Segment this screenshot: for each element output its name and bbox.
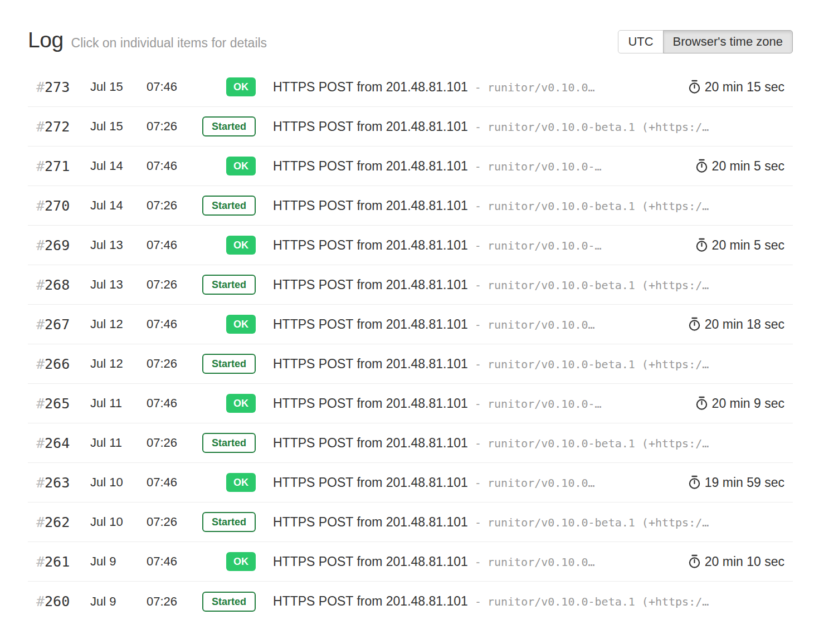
row-time: 07:26 — [147, 277, 202, 292]
row-number-cell: #264 — [28, 435, 90, 451]
log-row[interactable]: #263 Jul 10 07:46 OK HTTPS POST from 201… — [28, 463, 793, 502]
row-date: Jul 15 — [90, 119, 147, 134]
row-time: 07:46 — [147, 396, 202, 411]
log-row[interactable]: #273 Jul 15 07:46 OK HTTPS POST from 201… — [28, 67, 793, 107]
row-number-hash: # — [36, 119, 45, 135]
row-date: Jul 13 — [90, 277, 147, 292]
row-description-cell: HTTPS POST from 201.48.81.101 - runitor/… — [273, 396, 689, 411]
row-date: Jul 9 — [90, 594, 147, 609]
status-badge: Started — [202, 433, 256, 453]
row-agent: runitor/v0.10.0… — [488, 81, 595, 94]
row-description: HTTPS POST from 201.48.81.101 — [273, 515, 468, 530]
status-badge: Started — [202, 512, 256, 532]
row-number: 270 — [45, 198, 70, 214]
row-number-cell: #272 — [28, 119, 90, 135]
row-description: HTTPS POST from 201.48.81.101 — [273, 594, 468, 609]
row-number: 260 — [45, 593, 70, 609]
row-description: HTTPS POST from 201.48.81.101 — [273, 119, 468, 134]
log-row[interactable]: #269 Jul 13 07:46 OK HTTPS POST from 201… — [28, 226, 793, 265]
row-time: 07:26 — [147, 594, 202, 609]
row-badge-cell: OK — [202, 394, 256, 413]
row-date: Jul 15 — [90, 80, 147, 94]
row-badge-cell: Started — [202, 275, 256, 295]
row-description-cell: HTTPS POST from 201.48.81.101 - runitor/… — [273, 357, 761, 372]
status-badge: OK — [226, 552, 256, 571]
browser-timezone-button[interactable]: Browser's time zone — [663, 30, 793, 53]
status-badge: OK — [226, 315, 256, 334]
row-separator: - — [475, 81, 481, 94]
row-description: HTTPS POST from 201.48.81.101 — [273, 357, 468, 372]
log-row[interactable]: #267 Jul 12 07:46 OK HTTPS POST from 201… — [28, 305, 793, 344]
status-badge: OK — [226, 394, 256, 413]
page-subtitle: Click on individual items for details — [71, 36, 267, 51]
row-number: 273 — [45, 79, 70, 95]
row-time: 07:26 — [147, 119, 202, 134]
row-number-cell: #261 — [28, 554, 90, 570]
row-time: 07:26 — [147, 436, 202, 450]
row-number-cell: #260 — [28, 593, 90, 609]
status-badge: Started — [202, 116, 256, 136]
status-badge: Started — [202, 196, 256, 216]
log-row[interactable]: #262 Jul 10 07:26 Started HTTPS POST fro… — [28, 502, 793, 542]
row-number-cell: #269 — [28, 237, 90, 253]
status-badge: OK — [226, 77, 256, 96]
page-header: Log Click on individual items for detail… — [28, 28, 793, 52]
row-number-hash: # — [36, 316, 45, 333]
row-number-hash: # — [36, 554, 45, 570]
row-separator: - — [475, 397, 481, 411]
row-duration-cell: 20 min 10 sec — [688, 554, 793, 569]
row-number-hash: # — [36, 198, 45, 214]
log-row[interactable]: #265 Jul 11 07:46 OK HTTPS POST from 201… — [28, 384, 793, 423]
row-agent: runitor/v0.10.0-… — [488, 397, 602, 411]
stopwatch-icon — [688, 475, 701, 490]
row-badge-cell: OK — [202, 157, 256, 175]
row-number-cell: #270 — [28, 198, 90, 214]
status-badge: OK — [226, 236, 256, 255]
row-description-cell: HTTPS POST from 201.48.81.101 - runitor/… — [273, 277, 761, 292]
row-date: Jul 9 — [90, 554, 147, 569]
row-badge-cell: Started — [202, 433, 256, 453]
log-row[interactable]: #272 Jul 15 07:26 Started HTTPS POST fro… — [28, 107, 793, 147]
row-agent: runitor/v0.10.0… — [488, 555, 595, 569]
row-number: 267 — [45, 316, 70, 333]
status-badge: Started — [202, 275, 256, 295]
row-number: 272 — [45, 119, 70, 135]
stopwatch-icon — [695, 238, 708, 252]
row-number-cell: #263 — [28, 475, 90, 491]
status-badge: Started — [202, 592, 256, 612]
log-row[interactable]: #268 Jul 13 07:26 Started HTTPS POST fro… — [28, 265, 793, 305]
row-description: HTTPS POST from 201.48.81.101 — [273, 475, 468, 490]
log-row[interactable]: #260 Jul 9 07:26 Started HTTPS POST from… — [28, 582, 793, 621]
log-row[interactable]: #264 Jul 11 07:26 Started HTTPS POST fro… — [28, 423, 793, 463]
page-title: Log — [28, 28, 64, 52]
utc-button[interactable]: UTC — [618, 30, 663, 53]
row-date: Jul 13 — [90, 238, 147, 252]
row-description-cell: HTTPS POST from 201.48.81.101 - runitor/… — [273, 80, 681, 95]
row-time: 07:26 — [147, 357, 202, 371]
row-time: 07:26 — [147, 515, 202, 529]
log-row[interactable]: #271 Jul 14 07:46 OK HTTPS POST from 201… — [28, 147, 793, 186]
stopwatch-icon — [688, 80, 701, 94]
row-number-hash: # — [36, 277, 45, 293]
status-badge: OK — [226, 157, 256, 175]
log-row[interactable]: #266 Jul 12 07:26 Started HTTPS POST fro… — [28, 344, 793, 384]
row-number-hash: # — [36, 514, 45, 530]
row-separator: - — [475, 437, 481, 450]
row-badge-cell: OK — [202, 315, 256, 334]
row-number: 263 — [45, 475, 70, 491]
log-row[interactable]: #261 Jul 9 07:46 OK HTTPS POST from 201.… — [28, 542, 793, 582]
log-page: Log Click on individual items for detail… — [0, 28, 819, 621]
row-description: HTTPS POST from 201.48.81.101 — [273, 238, 468, 253]
log-row[interactable]: #270 Jul 14 07:26 Started HTTPS POST fro… — [28, 186, 793, 226]
row-description-cell: HTTPS POST from 201.48.81.101 - runitor/… — [273, 436, 761, 451]
row-time: 07:46 — [147, 80, 202, 94]
row-number: 264 — [45, 435, 70, 451]
row-separator: - — [475, 279, 481, 292]
row-badge-cell: Started — [202, 116, 256, 136]
row-description: HTTPS POST from 201.48.81.101 — [273, 436, 468, 451]
row-number-hash: # — [36, 237, 45, 253]
row-date: Jul 14 — [90, 159, 147, 173]
row-badge-cell: OK — [202, 473, 256, 492]
row-agent: runitor/v0.10.0-beta.1 (+https:/… — [488, 516, 709, 529]
row-badge-cell: Started — [202, 196, 256, 216]
